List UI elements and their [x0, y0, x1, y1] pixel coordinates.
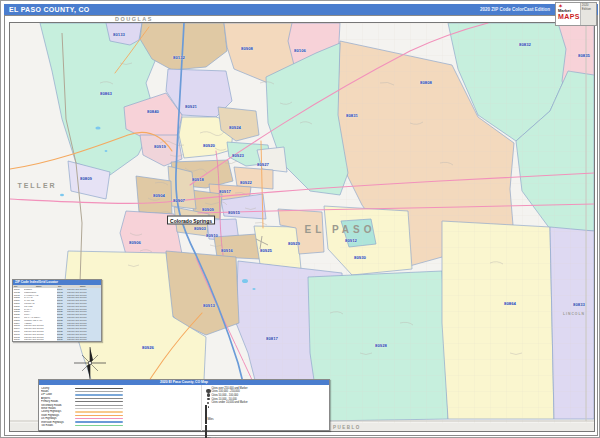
zip-label-80908: 80908 — [241, 46, 253, 51]
zip-label-80132: 80132 — [173, 55, 185, 60]
zip-label-80907: 80907 — [173, 198, 185, 203]
legend-item: Toll Roads — [41, 424, 199, 427]
legend-line-swatch — [75, 388, 123, 389]
page-title: EL PASO COUNTY, CO — [9, 6, 90, 13]
legend-line-swatch — [75, 421, 123, 422]
scale-bar-miles: Miles — [205, 406, 326, 424]
marketmaps-logo: ✶ Market MAPS 2020 Edition — [555, 2, 597, 26]
edition-label: 2020 ZIP Code ColorCast Edition — [480, 7, 550, 12]
zip-label-80835: 80835 — [578, 53, 590, 58]
zip-label-80916: 80916 — [221, 248, 233, 253]
zip-index-cell: 80930 — [57, 338, 67, 341]
county-label-teller: TELLER — [17, 182, 56, 189]
map-canvas: 8013380132809088010680832808358080880831… — [9, 22, 595, 432]
county-label-lincoln: LINCOLN — [563, 312, 585, 316]
legend-line-swatch — [75, 425, 123, 426]
legend-line-swatch — [75, 401, 123, 402]
zip-label-80817: 80817 — [266, 336, 278, 341]
legend-city-item: Cities under 10,000 and Marker — [205, 401, 326, 405]
zip-label-80832: 80832 — [519, 42, 531, 47]
legend-line-swatch — [75, 398, 123, 399]
map-poster-page: EL PASO COUNTY, CO 2020 ZIP Code ColorCa… — [0, 0, 600, 438]
zip-label-80809: 80809 — [80, 176, 92, 181]
zip-label-layer: 8013380132809088010680832808358080880831… — [10, 23, 594, 431]
zip-label-80906: 80906 — [129, 240, 141, 245]
legend-line-swatch — [75, 405, 123, 406]
zip-label-80833: 80833 — [573, 302, 585, 307]
zip-index-table: ZIP Code Index/Grid Locator ZIP Name ZIP… — [12, 279, 102, 342]
city-label-colorado-springs: Colorado Springs — [167, 216, 215, 225]
scale-bar-kilometers: Kilometers — [205, 426, 326, 438]
legend-line-swatch — [75, 391, 123, 392]
zip-label-80921: 80921 — [185, 104, 197, 109]
legend-city-label: Cities 100,000 - 250,000 — [211, 390, 239, 393]
legend-city-label: Cities 50,000 - 100,000 — [211, 394, 238, 397]
legend-line-swatch — [75, 408, 123, 409]
logo-text-block: ✶ Market MAPS — [556, 3, 580, 25]
zip-label-80913: 80913 — [203, 303, 215, 308]
zip-label-80922: 80922 — [240, 180, 252, 185]
zip-index-rows: 80106ELBERT80910COLORADO SPRGS80132MONUM… — [13, 288, 101, 341]
zip-label-80924: 80924 — [229, 125, 241, 130]
zip-label-80910: 80910 — [206, 233, 218, 238]
zip-label-80904: 80904 — [153, 193, 165, 198]
county-label-douglas: DOUGLAS — [115, 16, 153, 22]
zip-label-80903: 80903 — [194, 226, 206, 231]
legend-road-items: CountyRoadsZIP CodeAirportsPrimary Roads… — [39, 385, 201, 431]
county-label-el paso: EL PASO — [305, 224, 376, 235]
zip-label-80840: 80840 — [147, 109, 159, 114]
zip-label-80133: 80133 — [113, 32, 125, 37]
zip-label-80912: 80912 — [345, 238, 357, 243]
logo-edition-block: 2020 Edition — [580, 3, 596, 25]
legend-item-label: Toll Roads — [41, 424, 75, 427]
zip-label-80915: 80915 — [228, 210, 240, 215]
map-legend: 2020 El Paso County, CO Map CountyRoadsZ… — [38, 379, 330, 431]
zip-label-80929: 80929 — [288, 241, 300, 246]
zip-label-80917: 80917 — [219, 189, 231, 194]
zip-label-80928: 80928 — [375, 343, 387, 348]
county-label-pueblo: PUEBLO — [333, 425, 361, 430]
zip-label-80927: 80927 — [257, 162, 269, 167]
zip-index-cell: COLORADO SPRGS — [67, 338, 101, 341]
zip-label-80919: 80919 — [154, 144, 166, 149]
zip-label-80930: 80930 — [354, 255, 366, 260]
scale-bar-label: Miles — [207, 418, 213, 421]
legend-city-items: Cities over 250,000 and MarkerCities 100… — [201, 385, 329, 431]
zip-label-80831: 80831 — [346, 113, 358, 118]
zip-label-80920: 80920 — [203, 143, 215, 148]
logo-sub2: Edition — [582, 7, 591, 11]
zip-label-80909: 80909 — [202, 207, 214, 212]
zip-label-80863: 80863 — [100, 91, 112, 96]
zip-label-80106: 80106 — [294, 48, 306, 53]
logo-line2: MAPS — [558, 13, 580, 20]
zip-index-cell: 80909 — [13, 338, 24, 341]
zip-label-80926: 80926 — [142, 345, 154, 350]
zip-label-80808: 80808 — [420, 80, 432, 85]
zip-label-80925: 80925 — [260, 248, 272, 253]
title-bar: EL PASO COUNTY, CO 2020 ZIP Code ColorCa… — [4, 4, 598, 15]
scale-bar-line — [205, 405, 207, 424]
zip-index-cell: COLORADO SPRGS — [24, 338, 57, 341]
scale-bar-line — [205, 425, 207, 438]
legend-line-swatch — [75, 411, 123, 412]
zip-label-80923: 80923 — [232, 153, 244, 158]
legend-line-swatch — [75, 394, 123, 395]
zip-label-80864: 80864 — [504, 301, 516, 306]
zip-index-row: 80909COLORADO SPRGS80930COLORADO SPRGS — [13, 338, 101, 341]
legend-city-label: Cities under 10,000 and Marker — [211, 401, 247, 404]
legend-line-swatch — [75, 415, 123, 416]
legend-line-swatch — [75, 418, 123, 419]
zip-label-80918: 80918 — [192, 177, 204, 182]
